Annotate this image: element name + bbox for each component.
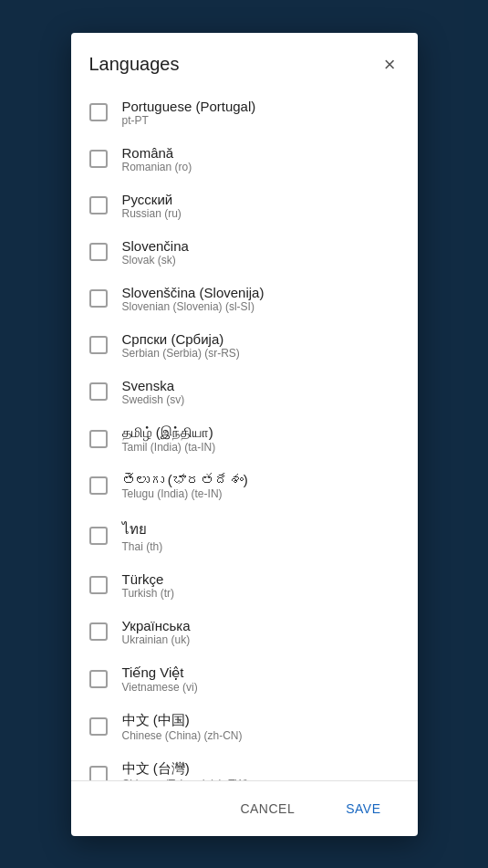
language-checkbox[interactable] <box>89 196 108 214</box>
list-item[interactable]: SvenskaSwedish (sv) <box>78 369 410 415</box>
language-code: Russian (ru) <box>122 207 182 220</box>
language-checkbox[interactable] <box>89 289 108 308</box>
modal-backdrop: Languages × Portuguese (Portugal)pt-PTRo… <box>0 0 488 868</box>
language-name: Українська <box>122 618 191 633</box>
close-icon[interactable]: × <box>380 51 400 78</box>
list-item[interactable]: 中文 (中国)Chinese (China) (zh-CN) <box>78 703 410 751</box>
language-code: Vietnamese (vi) <box>122 681 198 694</box>
language-name: Portuguese (Portugal) <box>122 99 256 114</box>
language-checkbox[interactable] <box>89 717 108 736</box>
language-code: Swedish (sv) <box>122 393 185 406</box>
language-checkbox[interactable] <box>89 476 108 495</box>
language-name: தமிழ் (இந்தியா) <box>122 424 216 441</box>
list-item[interactable]: 中文 (台灣)Chinese (Taiwan) (zh-TW) <box>78 751 410 780</box>
language-name: Tiếng Việt <box>122 664 198 681</box>
language-checkbox[interactable] <box>89 243 108 261</box>
list-item[interactable]: தமிழ் (இந்தியா)Tamil (India) (ta-IN) <box>78 415 410 463</box>
language-checkbox[interactable] <box>89 103 108 121</box>
language-name: Русский <box>122 192 182 207</box>
language-checkbox[interactable] <box>89 527 108 545</box>
language-code: Serbian (Serbia) (sr-RS) <box>122 347 240 360</box>
list-item[interactable]: Portuguese (Portugal)pt-PT <box>78 89 410 136</box>
language-checkbox[interactable] <box>89 670 108 688</box>
list-item[interactable]: SlovenčinaSlovak (sk) <box>78 229 410 276</box>
language-list: Portuguese (Portugal)pt-PTRomânăRomanian… <box>71 89 418 780</box>
language-code: Romanian (ro) <box>122 161 192 173</box>
language-code: Thai (th) <box>122 540 163 553</box>
list-item[interactable]: Tiếng ViệtVietnamese (vi) <box>78 655 410 703</box>
language-name: 中文 (中国) <box>122 712 243 729</box>
language-checkbox[interactable] <box>89 336 108 354</box>
language-checkbox[interactable] <box>89 622 108 641</box>
language-checkbox[interactable] <box>89 576 108 594</box>
language-code: Turkish (tr) <box>122 587 175 600</box>
language-name: Slovenščina (Slovenija) <box>122 285 265 300</box>
list-item[interactable]: తెలుగు (భారతదేశం)Telugu (India) (te-IN) <box>78 463 410 509</box>
modal-header: Languages × <box>71 33 418 89</box>
list-item[interactable]: ไทยThai (th) <box>78 509 410 562</box>
language-name: Türkçe <box>122 571 175 587</box>
language-code: Slovak (sk) <box>122 254 189 267</box>
modal-title: Languages <box>89 54 180 75</box>
language-code: pt-PT <box>122 114 256 127</box>
language-code: Chinese (China) (zh-CN) <box>122 729 243 742</box>
language-name: తెలుగు (భారతదేశం) <box>122 472 248 487</box>
list-item[interactable]: УкраїнськаUkrainian (uk) <box>78 609 410 655</box>
list-item[interactable]: РусскийRussian (ru) <box>78 183 410 229</box>
list-item[interactable]: TürkçeTurkish (tr) <box>78 562 410 609</box>
language-code: Slovenian (Slovenia) (sl-SI) <box>122 300 265 313</box>
language-name: ไทย <box>122 518 163 540</box>
language-name: Српски (Србија) <box>122 331 240 347</box>
languages-dialog: Languages × Portuguese (Portugal)pt-PTRo… <box>71 33 418 836</box>
language-name: 中文 (台灣) <box>122 760 249 778</box>
language-name: Svenska <box>122 378 185 393</box>
list-item[interactable]: RomânăRomanian (ro) <box>78 136 410 183</box>
language-name: Română <box>122 145 192 161</box>
language-code: Tamil (India) (ta-IN) <box>122 441 216 454</box>
language-checkbox[interactable] <box>89 766 108 780</box>
language-checkbox[interactable] <box>89 430 108 448</box>
language-name: Slovenčina <box>122 238 189 254</box>
list-item[interactable]: Slovenščina (Slovenija)Slovenian (Sloven… <box>78 276 410 322</box>
language-code: Telugu (India) (te-IN) <box>122 487 248 500</box>
save-button[interactable]: SAVE <box>324 792 402 825</box>
language-code: Ukrainian (uk) <box>122 633 191 646</box>
language-checkbox[interactable] <box>89 382 108 401</box>
cancel-button[interactable]: CANCEL <box>218 792 317 825</box>
language-checkbox[interactable] <box>89 150 108 168</box>
list-item[interactable]: Српски (Србија)Serbian (Serbia) (sr-RS) <box>78 322 410 369</box>
modal-footer: CANCEL SAVE <box>71 780 418 836</box>
